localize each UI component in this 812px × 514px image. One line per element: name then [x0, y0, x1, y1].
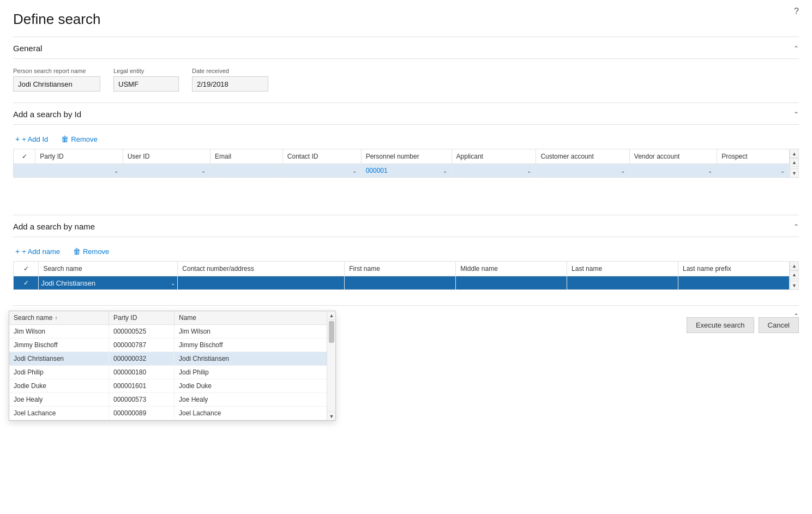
col-personnel-number[interactable]: Personnel number: [361, 149, 452, 164]
popup-row[interactable]: Joe Healy 000000573 Joe Healy: [9, 393, 327, 407]
row-vendor-account[interactable]: ⌄: [629, 164, 717, 178]
date-received-value[interactable]: 2/19/2018: [192, 76, 268, 92]
col-user-id[interactable]: User ID: [123, 149, 210, 164]
search-by-id-grid-header: ✓ Party ID User ID Email Contact ID Pers…: [14, 149, 790, 164]
scroll-down-arrow[interactable]: ▼: [790, 168, 799, 177]
id-grid-row[interactable]: ⌄ ⌄ ⌄ 000001⌄: [14, 164, 790, 178]
popup-header-name[interactable]: Name: [175, 311, 327, 324]
popup-cell-search-name: Jodi Philip: [9, 366, 109, 379]
popup-scroll-up[interactable]: ▲: [327, 311, 336, 320]
name-grid-row[interactable]: ✓ Jodi Christiansen ⌄: [14, 276, 790, 290]
row-personnel-number[interactable]: 000001⌄: [361, 164, 452, 178]
name-dropdown-chevron[interactable]: ⌄: [171, 280, 175, 286]
id-grid-scrollbar[interactable]: ▲ ▲ ▼: [790, 149, 798, 177]
name-row-search-name[interactable]: Jodi Christiansen ⌄: [39, 276, 178, 290]
name-scroll-down[interactable]: ▼: [790, 281, 799, 289]
popup-cell-name: Joel Lachance: [175, 407, 327, 420]
row-user-id[interactable]: ⌄: [123, 164, 210, 178]
name-col-last-name-prefix[interactable]: Last name prefix: [678, 262, 790, 276]
scroll-up-arrow[interactable]: ▲: [790, 149, 799, 158]
popup-row[interactable]: Joel Lachance 000000089 Joel Lachance: [9, 407, 327, 420]
popup-cell-party-id: 000000180: [109, 366, 175, 379]
popup-scroll-thumb[interactable]: [329, 321, 334, 343]
popup-cell-search-name: Jodie Duke: [9, 379, 109, 393]
name-col-check: ✓: [14, 262, 39, 276]
name-col-last-name[interactable]: Last name: [567, 262, 678, 276]
name-row-check: ✓: [14, 276, 39, 290]
name-col-middle-name[interactable]: Middle name: [456, 262, 567, 276]
row-party-id[interactable]: ⌄: [35, 164, 123, 178]
legal-entity-group: Legal entity USMF: [113, 68, 179, 92]
row-applicant[interactable]: ⌄: [452, 164, 536, 178]
search-by-name-grid: ✓ Search name Contact number/address Fir…: [13, 261, 799, 290]
name-row-first-name[interactable]: [345, 276, 456, 290]
execute-search-button[interactable]: Execute search: [687, 317, 754, 333]
sort-up-icon: ↑: [55, 315, 57, 321]
col-email[interactable]: Email: [210, 149, 283, 164]
page-title: Define search: [13, 11, 799, 28]
popup-cell-search-name: Joe Healy: [9, 393, 109, 407]
popup-row[interactable]: Jimmy Bischoff 000000787 Jimmy Bischoff: [9, 338, 327, 352]
popup-cell-party-id: 000000787: [109, 338, 175, 352]
col-vendor-account[interactable]: Vendor account: [629, 149, 717, 164]
name-col-search-name[interactable]: Search name: [39, 262, 178, 276]
scroll-up-arrow2[interactable]: ▲: [790, 158, 799, 167]
person-search-label: Person search report name: [13, 68, 100, 74]
popup-scroll-down[interactable]: ▼: [327, 412, 336, 420]
search-by-name-section: Add a search by name ⌃ + + Add name 🗑 Re…: [13, 215, 799, 305]
name-scroll-up1[interactable]: ▲: [790, 262, 799, 270]
legal-entity-value[interactable]: USMF: [113, 76, 179, 92]
popup-scrollbar[interactable]: ▲ ▼: [327, 311, 335, 420]
popup-row[interactable]: Jodi Philip 000000180 Jodi Philip: [9, 366, 327, 379]
remove-id-button[interactable]: 🗑 Remove: [59, 134, 99, 144]
remove-id-icon: 🗑: [61, 135, 69, 143]
name-scroll-up2[interactable]: ▲: [790, 270, 799, 279]
add-name-button[interactable]: + + Add name: [13, 246, 62, 257]
row-customer-account[interactable]: ⌄: [536, 164, 629, 178]
col-party-id[interactable]: Party ID: [35, 149, 123, 164]
add-id-button[interactable]: + + Add Id: [13, 134, 50, 144]
search-by-id-header[interactable]: Add a search by Id ⌃: [13, 103, 799, 125]
general-section-title: General: [13, 44, 42, 53]
row-contact-id[interactable]: ⌄: [282, 164, 361, 178]
remove-name-button[interactable]: 🗑 Remove: [71, 246, 111, 257]
col-prospect[interactable]: Prospect: [717, 149, 790, 164]
search-by-name-header[interactable]: Add a search by name ⌃: [13, 215, 799, 237]
popup-cell-search-name: Joel Lachance: [9, 407, 109, 420]
general-chevron-icon: ⌃: [793, 45, 799, 52]
general-section-header[interactable]: General ⌃: [13, 37, 799, 59]
name-col-first-name[interactable]: First name: [345, 262, 456, 276]
name-col-contact[interactable]: Contact number/address: [178, 262, 345, 276]
name-grid-scrollbar[interactable]: ▲ ▲ ▼: [790, 262, 798, 289]
popup-row[interactable]: Jodie Duke 000001601 Jodie Duke: [9, 379, 327, 393]
popup-cell-name: Jodie Duke: [175, 379, 327, 393]
col-customer-account[interactable]: Customer account: [536, 149, 629, 164]
name-row-middle-name[interactable]: [456, 276, 567, 290]
popup-cell-name: Joe Healy: [175, 393, 327, 407]
popup-cell-name: Jimmy Bischoff: [175, 338, 327, 352]
popup-header-party-id[interactable]: Party ID: [109, 311, 175, 324]
row-email[interactable]: [210, 164, 283, 178]
popup-header-search-name[interactable]: Search name ↑: [9, 311, 109, 324]
search-by-id-grid: ✓ Party ID User ID Email Contact ID Pers…: [13, 149, 799, 178]
name-row-last-name[interactable]: [567, 276, 678, 290]
add-icon: +: [15, 135, 20, 143]
popup-row[interactable]: Jim Wilson 000000525 Jim Wilson: [9, 325, 327, 338]
name-row-last-name-prefix[interactable]: [678, 276, 790, 290]
popup-cell-name: Jodi Christiansen: [175, 352, 327, 366]
popup-row[interactable]: Jodi Christiansen 000000032 Jodi Christi…: [9, 352, 327, 366]
cancel-button[interactable]: Cancel: [759, 317, 799, 333]
legal-entity-label: Legal entity: [113, 68, 179, 74]
remove-name-icon: 🗑: [73, 247, 81, 256]
person-search-value[interactable]: Jodi Christiansen: [13, 76, 100, 92]
name-row-contact[interactable]: [178, 276, 345, 290]
col-check: ✓: [14, 149, 35, 164]
row-prospect[interactable]: ⌄: [717, 164, 790, 178]
popup-cell-name: Jodi Philip: [175, 366, 327, 379]
date-received-group: Date received 2/19/2018: [192, 68, 268, 92]
help-icon[interactable]: ?: [794, 7, 799, 16]
col-contact-id[interactable]: Contact ID: [282, 149, 361, 164]
general-section-content: Person search report name Jodi Christian…: [13, 59, 799, 102]
person-search-group: Person search report name Jodi Christian…: [13, 68, 100, 92]
col-applicant[interactable]: Applicant: [452, 149, 536, 164]
